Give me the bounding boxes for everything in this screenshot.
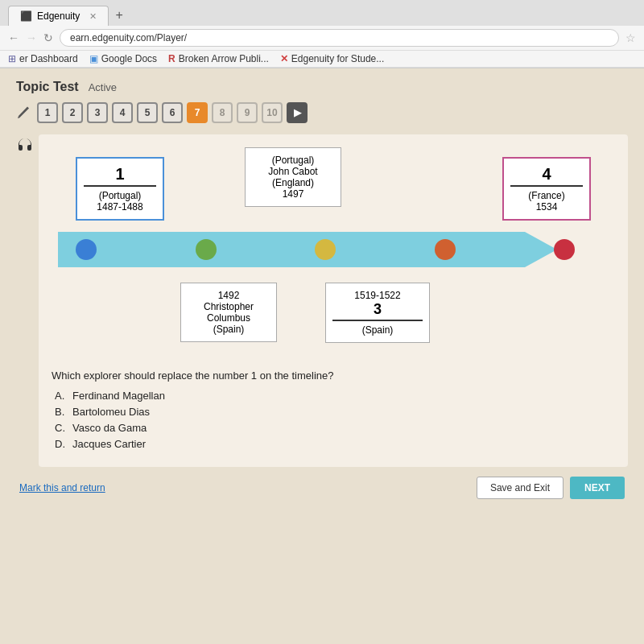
card-line4: (Spain) bbox=[188, 324, 270, 335]
topic-test-title: Topic Test bbox=[16, 80, 79, 94]
answer-choice-D[interactable]: D.Jacques Cartier bbox=[55, 438, 615, 450]
card-line1: 1492 bbox=[188, 290, 270, 301]
card-line2: Christopher bbox=[188, 301, 270, 312]
card-above-right: 4 (France) 1534 bbox=[502, 157, 591, 221]
nav-row: 12345678910▶ bbox=[16, 102, 628, 123]
page-content: Topic Test Active 12345678910▶ bbox=[0, 68, 644, 644]
choice-text: Vasco da Gama bbox=[72, 422, 147, 434]
bookmark-broken-arrow[interactable]: R Broken Arrow Publi... bbox=[168, 53, 269, 64]
back-button[interactable]: ← bbox=[8, 31, 19, 44]
answer-choice-A[interactable]: A.Ferdinand Magellan bbox=[55, 390, 615, 402]
timeline-dots bbox=[76, 239, 575, 260]
tab-bar: ⬛ Edgenuity ✕ + bbox=[0, 0, 644, 26]
timeline-dot-4 bbox=[554, 239, 575, 260]
nav-button-8[interactable]: 8 bbox=[212, 102, 233, 123]
nav-next-arrow[interactable]: ▶ bbox=[287, 102, 308, 123]
dashboard-icon: ⊞ bbox=[8, 53, 16, 64]
question-area: 1 (Portugal) 1487-1488 (Portugal) John C… bbox=[39, 134, 628, 467]
tab-close[interactable]: ✕ bbox=[89, 11, 97, 22]
nav-button-1[interactable]: 1 bbox=[37, 102, 58, 123]
answer-choices: A.Ferdinand MagellanB.Bartolomeu DiasC.V… bbox=[52, 390, 615, 450]
tab-favicon: ⬛ bbox=[20, 10, 32, 22]
answer-choice-C[interactable]: C.Vasco da Gama bbox=[55, 422, 615, 434]
active-badge: Active bbox=[89, 81, 117, 93]
question-text: Which explorer should replace the number… bbox=[52, 369, 615, 382]
timeline-dot-3 bbox=[435, 239, 456, 260]
headphone-icon-wrapper[interactable] bbox=[16, 136, 34, 157]
save-and-exit-button[interactable]: Save and Exit bbox=[477, 477, 564, 499]
answer-choice-B[interactable]: B.Bartolomeu Dias bbox=[55, 406, 615, 418]
topic-test-header: Topic Test Active bbox=[16, 80, 628, 94]
headphone-icon bbox=[16, 136, 34, 154]
card-line1: (France) bbox=[510, 190, 583, 201]
question-nav: 12345678910▶ bbox=[37, 102, 308, 123]
card-number-3: 3 bbox=[332, 301, 423, 321]
choice-letter: D. bbox=[55, 438, 68, 450]
timeline-section: 1 (Portugal) 1487-1488 (Portugal) John C… bbox=[52, 147, 615, 357]
browser-chrome: ⬛ Edgenuity ✕ + ← → ↻ earn.edgenuity.com… bbox=[0, 0, 644, 68]
address-input[interactable]: earn.edgenuity.com/Player/ bbox=[60, 29, 619, 47]
address-bar-row: ← → ↻ earn.edgenuity.com/Player/ ☆ bbox=[0, 26, 644, 51]
choice-letter: C. bbox=[55, 422, 68, 434]
star-icon[interactable]: ☆ bbox=[625, 31, 636, 44]
nav-button-3[interactable]: 3 bbox=[87, 102, 108, 123]
r-icon: R bbox=[168, 53, 175, 64]
timeline-dot-0 bbox=[76, 239, 97, 260]
bookmark-label: Broken Arrow Publi... bbox=[179, 53, 269, 64]
card-line2: (Spain) bbox=[332, 324, 423, 336]
card-below-columbus: 1492 Christopher Columbus (Spain) bbox=[180, 283, 277, 342]
bookmark-label: Google Docs bbox=[101, 53, 157, 64]
card-line1: (Portugal) bbox=[84, 190, 156, 201]
nav-button-10[interactable]: 10 bbox=[262, 102, 283, 123]
bookmark-dashboard[interactable]: ⊞ er Dashboard bbox=[8, 53, 78, 64]
card-below-right: 1519-1522 3 (Spain) bbox=[325, 283, 430, 343]
bookmarks-bar: ⊞ er Dashboard ▣ Google Docs R Broken Ar… bbox=[0, 51, 644, 68]
bookmark-edgenuity[interactable]: ✕ Edgenuity for Stude... bbox=[280, 53, 384, 64]
choice-text: Ferdinand Magellan bbox=[72, 390, 165, 402]
card-header: (Portugal) bbox=[252, 155, 334, 166]
nav-button-5[interactable]: 5 bbox=[137, 102, 158, 123]
bookmark-label: Edgenuity for Stude... bbox=[291, 53, 384, 64]
timeline-dot-2 bbox=[315, 239, 336, 260]
new-tab-button[interactable]: + bbox=[109, 5, 129, 26]
card-number-1: 1 bbox=[84, 165, 156, 187]
bottom-right-buttons: Save and Exit NEXT bbox=[477, 477, 625, 499]
card-line2: 1534 bbox=[510, 201, 583, 213]
choice-letter: B. bbox=[55, 406, 68, 418]
refresh-button[interactable]: ↻ bbox=[43, 31, 53, 44]
tab-label: Edgenuity bbox=[37, 10, 80, 22]
timeline-dot-1 bbox=[196, 239, 217, 260]
bookmark-google-docs[interactable]: ▣ Google Docs bbox=[89, 53, 157, 64]
card-line2: 1487-1488 bbox=[84, 201, 156, 213]
choice-text: Bartolomeu Dias bbox=[72, 406, 150, 418]
x-icon: ✕ bbox=[280, 53, 288, 64]
pencil-icon[interactable] bbox=[16, 105, 32, 121]
card-line3: 1497 bbox=[252, 188, 334, 200]
card-above-left: 1 (Portugal) 1487-1488 bbox=[76, 157, 164, 221]
bottom-bar: Mark this and return Save and Exit NEXT bbox=[16, 477, 628, 499]
card-number-4: 4 bbox=[510, 165, 583, 187]
nav-button-7[interactable]: 7 bbox=[187, 102, 208, 123]
nav-button-4[interactable]: 4 bbox=[112, 102, 133, 123]
choice-text: Jacques Cartier bbox=[72, 438, 146, 450]
next-button[interactable]: NEXT bbox=[570, 477, 625, 499]
nav-button-2[interactable]: 2 bbox=[62, 102, 83, 123]
nav-button-9[interactable]: 9 bbox=[237, 102, 258, 123]
nav-button-6[interactable]: 6 bbox=[162, 102, 183, 123]
bookmark-label: er Dashboard bbox=[19, 53, 78, 64]
card-line1: John Cabot bbox=[252, 166, 334, 177]
docs-icon: ▣ bbox=[89, 53, 98, 64]
choice-letter: A. bbox=[55, 390, 68, 402]
active-tab[interactable]: ⬛ Edgenuity ✕ bbox=[8, 6, 109, 26]
card-above-center: (Portugal) John Cabot (England) 1497 bbox=[245, 147, 341, 207]
mark-and-return-link[interactable]: Mark this and return bbox=[19, 482, 105, 493]
forward-button[interactable]: → bbox=[26, 31, 37, 44]
card-line2: (England) bbox=[252, 177, 334, 188]
card-line3: Columbus bbox=[188, 312, 270, 324]
card-line1: 1519-1522 bbox=[332, 290, 423, 301]
